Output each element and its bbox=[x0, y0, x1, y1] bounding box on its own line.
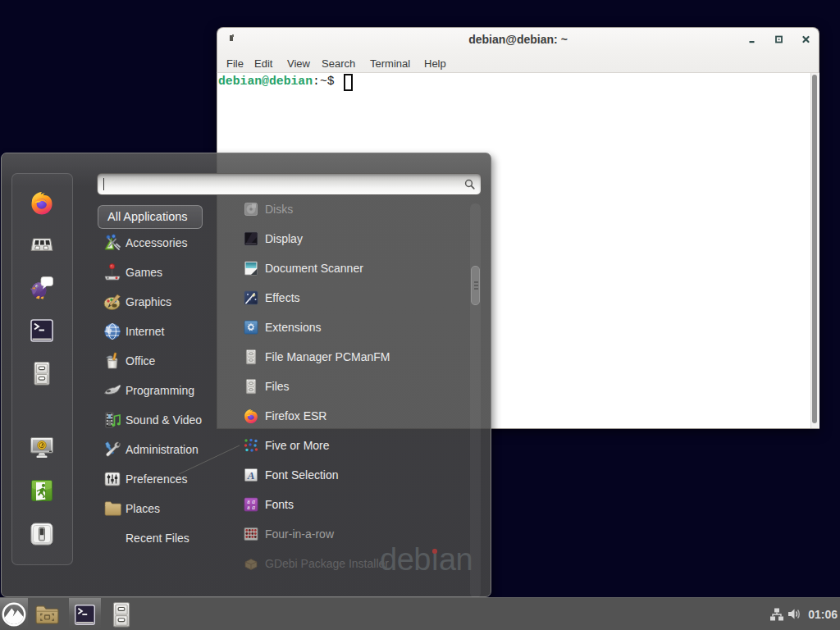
svg-text:A: A bbox=[247, 469, 255, 482]
svg-text:a: a bbox=[252, 504, 255, 511]
